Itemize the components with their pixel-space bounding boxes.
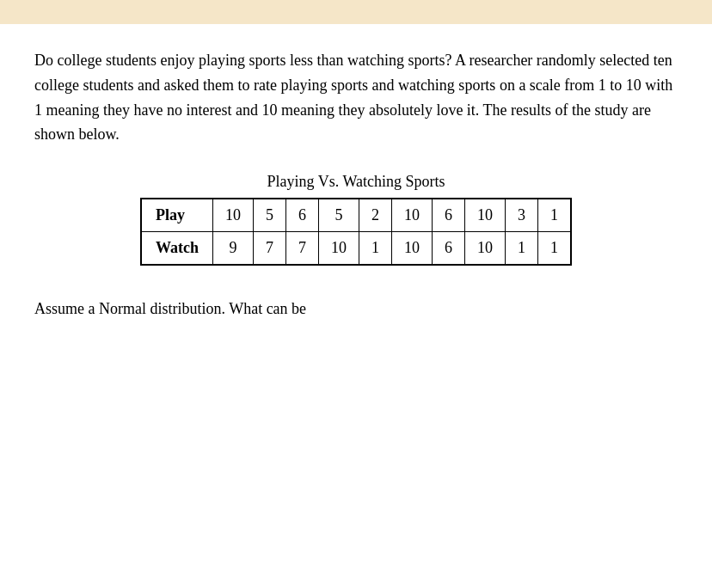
table-row-play: Play 10 5 6 5 2 10 6 10 3 1 (141, 199, 571, 232)
play-val-6: 10 (392, 199, 433, 232)
watch-val-10: 1 (538, 232, 572, 266)
watch-val-4: 10 (319, 232, 359, 266)
watch-val-7: 6 (433, 232, 465, 266)
bottom-text: Assume a Normal distribution. What can b… (0, 300, 712, 318)
watch-val-2: 7 (254, 232, 286, 266)
table-row-watch: Watch 9 7 7 10 1 10 6 10 1 1 (141, 232, 571, 266)
play-val-2: 5 (254, 199, 286, 232)
data-table: Play 10 5 6 5 2 10 6 10 3 1 Watch 9 7 7 (140, 198, 572, 266)
watch-val-9: 1 (506, 232, 538, 266)
play-label: Play (141, 199, 213, 232)
question-text: Do college students enjoy playing sports… (34, 48, 678, 147)
watch-val-3: 7 (286, 232, 319, 266)
play-val-7: 6 (433, 199, 465, 232)
watch-val-8: 10 (465, 232, 506, 266)
table-section: Playing Vs. Watching Sports Play 10 5 6 … (34, 173, 678, 266)
watch-label: Watch (141, 232, 213, 266)
watch-val-1: 9 (213, 232, 254, 266)
play-val-3: 6 (286, 199, 319, 232)
watch-val-5: 1 (359, 232, 392, 266)
main-content: Do college students enjoy playing sports… (0, 24, 712, 300)
play-val-1: 10 (213, 199, 254, 232)
play-val-10: 1 (538, 199, 572, 232)
top-bar (0, 0, 712, 24)
play-val-9: 3 (506, 199, 538, 232)
play-val-8: 10 (465, 199, 506, 232)
table-title: Playing Vs. Watching Sports (267, 173, 445, 191)
play-val-4: 5 (319, 199, 359, 232)
watch-val-6: 10 (392, 232, 433, 266)
play-val-5: 2 (359, 199, 392, 232)
